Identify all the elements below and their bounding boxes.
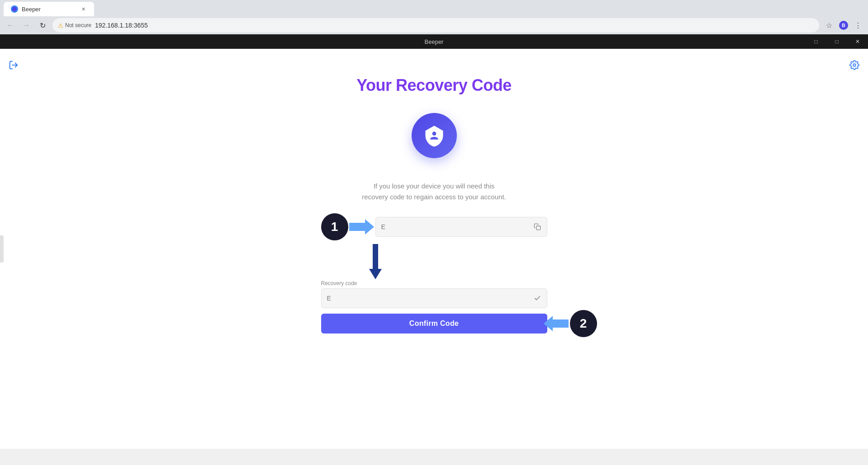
description-text: If you lose your device you will need th… bbox=[362, 181, 506, 202]
sidebar-left bbox=[0, 49, 27, 449]
confirm-input-wrapper bbox=[321, 288, 547, 308]
tab-favicon bbox=[11, 5, 18, 13]
tab-title: Beeper bbox=[22, 6, 41, 13]
svg-marker-8 bbox=[544, 316, 569, 331]
security-warning: ⚠ Not secure bbox=[58, 22, 91, 29]
sidebar-right bbox=[841, 49, 868, 449]
recovery-code-confirm-input[interactable] bbox=[321, 288, 547, 308]
step1-badge: 1 bbox=[321, 213, 348, 240]
tab-close-button[interactable]: ✕ bbox=[80, 5, 87, 13]
forward-button[interactable]: → bbox=[20, 19, 33, 32]
step2-badge: 2 bbox=[570, 310, 597, 337]
step1-row: 1 bbox=[321, 213, 547, 240]
app-title: Beeper bbox=[425, 38, 444, 45]
warning-icon: ⚠ bbox=[58, 22, 63, 29]
arrow-down-icon bbox=[369, 244, 382, 280]
address-text: 192.168.1.18:3655 bbox=[95, 22, 148, 29]
recovery-code-display-wrapper bbox=[375, 217, 547, 237]
tab-bar: Beeper ✕ bbox=[0, 0, 868, 16]
profile-button[interactable]: B bbox=[837, 19, 850, 32]
app-restore-button[interactable]: □ bbox=[826, 34, 847, 49]
bookmark-button[interactable]: ☆ bbox=[823, 19, 835, 32]
toolbar-right: ☆ B ⋮ bbox=[823, 19, 864, 32]
app-close-button[interactable]: ✕ bbox=[847, 34, 868, 49]
step2-badge-wrapper: 2 bbox=[543, 310, 597, 337]
svg-marker-5 bbox=[349, 219, 374, 235]
logout-button[interactable] bbox=[5, 56, 23, 74]
recovery-code-display-input[interactable] bbox=[375, 217, 547, 237]
arrow-right-icon bbox=[348, 218, 375, 236]
recovery-code-label: Recovery code bbox=[321, 280, 357, 287]
step-container: 1 bbox=[321, 213, 547, 333]
address-bar-row: ← → ↻ ⚠ Not secure 192.168.1.18:3655 ☆ B… bbox=[0, 16, 868, 34]
copy-button[interactable] bbox=[531, 221, 544, 233]
main-content: Your Recovery Code If you lose your devi… bbox=[0, 49, 868, 449]
check-button[interactable] bbox=[531, 292, 544, 305]
page-center: Your Recovery Code If you lose your devi… bbox=[0, 49, 868, 333]
reload-button[interactable]: ↻ bbox=[36, 19, 49, 32]
confirm-code-button[interactable]: Confirm Code bbox=[321, 314, 547, 333]
back-button[interactable]: ← bbox=[4, 19, 16, 32]
browser-chrome: Beeper ✕ ← → ↻ ⚠ Not secure 192.168.1.18… bbox=[0, 0, 868, 34]
active-tab[interactable]: Beeper ✕ bbox=[4, 2, 94, 16]
app-minimize-button[interactable]: □ bbox=[806, 34, 826, 49]
svg-point-0 bbox=[12, 7, 17, 11]
confirm-btn-row: Confirm Code 2 bbox=[321, 314, 547, 333]
step2-row: Recovery code Confirm Code bbox=[321, 280, 547, 333]
settings-button[interactable] bbox=[845, 56, 863, 74]
svg-rect-6 bbox=[536, 226, 541, 230]
svg-text:B: B bbox=[842, 23, 845, 28]
page-title: Your Recovery Code bbox=[356, 76, 511, 95]
shield-circle bbox=[412, 113, 457, 158]
address-bar[interactable]: ⚠ Not secure 192.168.1.18:3655 bbox=[52, 18, 819, 33]
shield-lock-icon bbox=[422, 124, 446, 147]
svg-point-4 bbox=[853, 64, 856, 66]
arrow-left-icon bbox=[543, 315, 570, 333]
app-titlebar: Beeper □ □ ✕ bbox=[0, 34, 868, 49]
security-label: Not secure bbox=[65, 22, 91, 28]
app-window-controls: □ □ ✕ bbox=[806, 34, 868, 49]
menu-button[interactable]: ⋮ bbox=[852, 19, 864, 32]
svg-marker-7 bbox=[369, 244, 382, 279]
